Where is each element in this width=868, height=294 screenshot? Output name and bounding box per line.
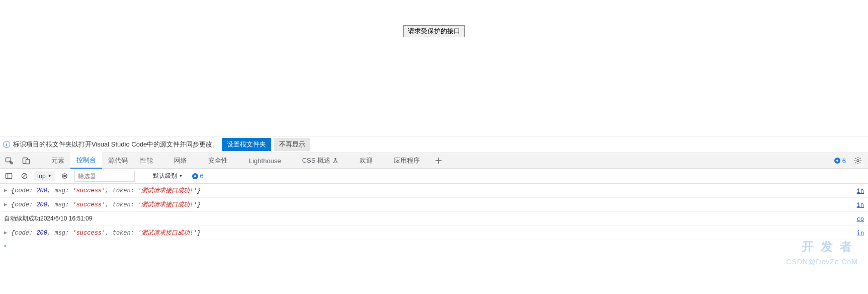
source-link[interactable]: in	[847, 230, 864, 237]
dont-show-again-button[interactable]: 不再显示	[274, 138, 310, 151]
source-link[interactable]: in	[847, 187, 864, 194]
toolbar-issues-badge[interactable]: 6	[192, 172, 204, 180]
expand-icon[interactable]: ▶	[4, 187, 7, 193]
devtools-tab-bar: 元素 控制台 源代码 性能 网络 安全性 Lighthouse CSS 概述 欢…	[0, 153, 868, 169]
add-tab-icon[interactable]	[432, 154, 445, 167]
execution-context-select[interactable]: top ▼	[34, 171, 55, 181]
console-filter-input[interactable]	[74, 171, 135, 182]
issues-dot-icon	[192, 173, 198, 179]
tab-lighthouse[interactable]: Lighthouse	[243, 153, 287, 169]
tab-welcome[interactable]: 欢迎	[354, 153, 379, 169]
settings-icon[interactable]	[851, 154, 865, 168]
tab-console[interactable]: 控制台	[70, 153, 102, 169]
console-log-row[interactable]: 自动续期成功2024/6/10 16:51:09 co	[0, 212, 868, 226]
expand-icon[interactable]: ▶	[4, 230, 7, 236]
console-log-row[interactable]: ▶ {code: 200, msg: 'success', token: '测试…	[0, 184, 868, 198]
tab-sources[interactable]: 源代码	[102, 153, 134, 169]
clear-console-icon[interactable]	[19, 170, 30, 182]
expand-icon[interactable]: ▶	[4, 201, 7, 207]
prompt-chevron-icon: ›	[3, 242, 10, 250]
issues-count-badge[interactable]: 6	[834, 157, 846, 165]
inspect-element-icon[interactable]	[2, 154, 16, 168]
console-output: ▶ {code: 200, msg: 'success', token: '测试…	[0, 184, 868, 294]
svg-point-3	[857, 160, 859, 162]
tab-css-overview[interactable]: CSS 概述	[296, 153, 344, 169]
chevron-down-icon: ▼	[179, 174, 183, 178]
info-bar-message: 标识项目的根文件夹以打开Visual Studio Code中的源文件并同步更改…	[13, 140, 219, 149]
source-link[interactable]: co	[847, 215, 864, 223]
flask-icon	[332, 158, 338, 164]
svg-point-9	[63, 175, 65, 177]
tab-elements[interactable]: 元素	[45, 153, 70, 169]
console-input-prompt[interactable]: ›	[0, 240, 868, 252]
tab-network[interactable]: 网络	[168, 153, 193, 169]
info-icon: i	[3, 141, 10, 148]
issues-dot-icon	[834, 158, 840, 164]
log-level-select[interactable]: 默认级别 ▼	[153, 172, 183, 180]
svg-line-7	[23, 174, 27, 178]
live-expression-icon[interactable]	[59, 170, 70, 182]
source-link[interactable]: in	[847, 201, 864, 208]
chevron-down-icon: ▼	[48, 174, 52, 178]
device-toolbar-icon[interactable]	[19, 154, 33, 168]
console-log-row[interactable]: ▶ {code: 200, msg: 'success', token: '测试…	[0, 226, 868, 240]
console-log-row[interactable]: ▶ {code: 200, msg: 'success', token: '测试…	[0, 198, 868, 212]
console-toolbar: top ▼ 默认级别 ▼ 6	[0, 169, 868, 184]
set-root-folder-button[interactable]: 设置根文件夹	[222, 138, 271, 151]
toggle-sidebar-icon[interactable]	[3, 170, 15, 182]
svg-rect-4	[6, 173, 12, 178]
web-page-area: 请求受保护的接口	[0, 0, 868, 136]
svg-rect-2	[26, 160, 30, 164]
request-protected-api-button[interactable]: 请求受保护的接口	[403, 25, 465, 37]
vscode-root-folder-info-bar: i 标识项目的根文件夹以打开Visual Studio Code中的源文件并同步…	[0, 136, 868, 153]
tab-application[interactable]: 应用程序	[388, 153, 426, 169]
console-plain-message: 自动续期成功2024/6/10 16:51:09	[4, 214, 92, 223]
tab-performance[interactable]: 性能	[134, 153, 159, 169]
tab-security[interactable]: 安全性	[202, 153, 234, 169]
